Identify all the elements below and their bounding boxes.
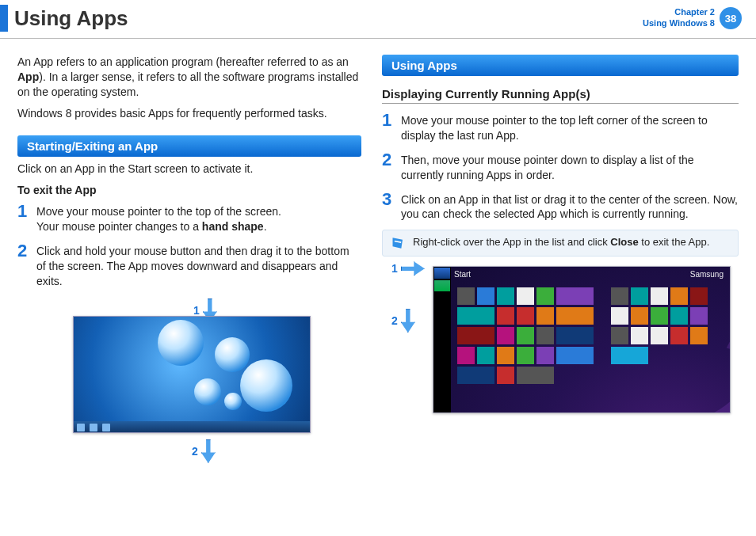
tile [457,367,494,384]
intro-part-c: ). In a larger sense, it refers to all t… [17,70,358,98]
tile [536,287,554,305]
step-text: Move your mouse pointer to the top of th… [36,203,361,234]
tile [651,287,668,305]
tile [477,287,494,305]
tile [690,287,708,305]
tile [611,287,628,305]
callout-2: 2 [391,309,415,333]
tile [497,367,514,384]
tile [536,327,554,344]
start-header: Start Samsung [433,267,730,279]
wallpaper-bubble [224,393,242,410]
tile [497,287,514,305]
left-column: An App refers to an application program … [17,55,361,466]
wallpaper-bubble [194,378,221,405]
tile [690,307,708,325]
figure-exit-app: 1 2 [73,298,342,466]
step1-line1: Move your mouse pointer to the top of th… [36,205,281,218]
right-step-2: 2 Then, move your mouse pointer down to … [382,151,739,183]
arrow-right-icon [401,261,425,276]
tile [497,347,514,364]
intro-part-a: An App refers to an application program … [17,55,349,68]
tile [497,327,514,344]
tile [611,307,628,325]
tile [556,287,594,305]
exit-subheading: To exit the App [17,184,361,196]
tile [517,367,554,384]
callout-2: 2 [192,439,216,463]
chapter-line-2: Using Windows 8 [643,18,715,29]
right-step-1: 1 Move your mouse pointer to the top lef… [382,112,739,143]
step-text: Move your mouse pointer to the top left … [401,112,739,143]
tile [631,327,648,344]
chapter-block: Chapter 2 Using Windows 8 [643,7,715,29]
step-number: 2 [382,151,401,183]
desktop-screenshot [73,316,311,433]
subheading-displaying-running-apps: Displaying Currently Running App(s) [382,87,739,104]
note-icon [391,235,407,251]
wallpaper-bubble [158,320,204,366]
tip-box: Right-click over the App in the list and… [382,230,739,257]
tile [517,307,534,325]
tile [670,307,688,325]
intro-bold-app: App [17,70,39,83]
tile [556,307,594,325]
start-label: Start [454,270,471,279]
arrow-down-icon [201,439,216,463]
page-header: Using Apps Chapter 2 Using Windows 8 38 [0,0,756,39]
figure-start-screen: 1 2 Start Samsung [390,266,739,424]
tip-part-a: Right-click over the App in the list and… [413,236,610,248]
page-title: Using Apps [14,6,643,31]
callout-label: 1 [193,304,200,317]
running-apps-bar [433,267,451,412]
user-label: Samsung [690,270,724,279]
step1-line2b: . [264,220,267,233]
tile [631,307,648,325]
tile [457,327,494,344]
left-step-1: 1 Move your mouse pointer to the top of … [17,203,361,234]
step-text: Click and hold your mouse button and the… [36,242,361,289]
step-text: Then, move your mouse pointer down to di… [401,151,739,183]
step-number: 1 [17,203,36,234]
tile [536,307,554,325]
tile [457,307,494,325]
tile [651,307,668,325]
chapter-line-1: Chapter 2 [643,7,715,18]
callout-1: 1 [391,261,425,276]
tip-text: Right-click over the App in the list and… [413,235,709,251]
callout-label: 2 [391,314,398,327]
section-heading-using-apps: Using Apps [382,55,739,76]
tile-group-1 [457,287,594,384]
accent-bar [0,5,8,32]
left-step-2: 2 Click and hold your mouse button and t… [17,242,361,289]
right-column: Using Apps Displaying Currently Running … [382,55,739,466]
tile [517,287,534,305]
intro-p2: Windows 8 provides basic Apps for freque… [17,106,361,121]
right-step-3: 3 Click on an App in that list or drag i… [382,191,739,222]
tile [556,347,594,364]
tile [457,287,475,305]
page-number-badge: 38 [720,7,742,29]
intro-text: An App refers to an application program … [17,55,361,121]
wallpaper-bubble [215,337,250,372]
step-number: 1 [382,112,401,143]
tile [670,287,688,305]
tile [536,347,554,364]
callout-label: 2 [192,445,198,458]
step-text: Click on an App in that list or drag it … [401,191,739,222]
step1-line2a: Your mouse pointer changes to a [36,220,202,233]
start-screen-screenshot: Start Samsung [433,266,731,413]
wallpaper-bubble [240,359,292,412]
section-heading-starting-exiting: Starting/Exiting an App [17,135,361,157]
tile [457,347,475,364]
tip-part-b: to exit the App. [639,236,710,248]
taskbar [74,421,310,432]
section-sub-text: Click on an App in the Start screen to a… [17,162,361,177]
tile [517,347,534,364]
step-number: 3 [382,191,401,222]
tile [517,327,534,344]
tile [477,347,494,364]
app-thumbnail [434,280,450,291]
callout-label: 1 [391,262,398,275]
tile [631,287,648,305]
